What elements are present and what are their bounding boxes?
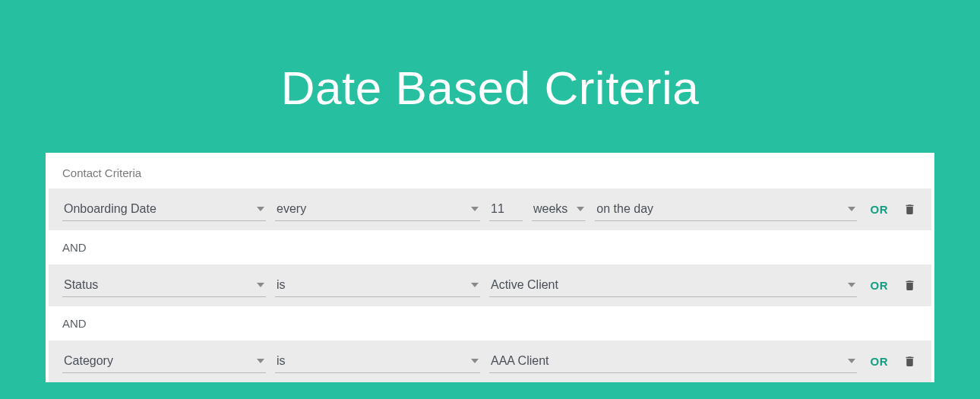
chevron-down-icon [471, 359, 479, 363]
trash-icon [903, 203, 916, 216]
chevron-down-icon [471, 283, 479, 287]
chevron-down-icon [257, 359, 264, 363]
value-select[interactable]: AAA Client [489, 350, 857, 373]
unit-select-value: weeks [533, 202, 567, 216]
page-title: Date Based Criteria [0, 0, 980, 153]
unit-select[interactable]: weeks [532, 198, 586, 221]
operator-select-value: is [277, 278, 286, 292]
field-select[interactable]: Status [62, 274, 266, 297]
chevron-down-icon [257, 283, 264, 287]
chevron-down-icon [257, 207, 264, 211]
field-select-value: Category [64, 354, 113, 368]
or-button[interactable]: OR [866, 200, 893, 219]
operator-select[interactable]: is [275, 350, 480, 373]
value-select-value: Active Client [491, 278, 558, 292]
delete-button[interactable] [902, 353, 918, 369]
criteria-row: Onboarding Date every weeks on the day O… [49, 188, 931, 230]
criteria-row: Status is Active Client OR [49, 264, 931, 306]
and-label: AND [46, 230, 934, 264]
value-select-value: AAA Client [491, 354, 548, 368]
criteria-panel: Contact Criteria Onboarding Date every w… [46, 153, 934, 382]
number-input-wrap [489, 198, 523, 221]
value-select[interactable]: Active Client [489, 274, 857, 297]
chevron-down-icon [848, 359, 855, 363]
field-select-value: Status [64, 278, 98, 292]
timing-select[interactable]: on the day [595, 198, 856, 221]
criteria-row: Category is AAA Client OR [49, 340, 931, 382]
trash-icon [903, 355, 916, 368]
number-input[interactable] [491, 202, 521, 216]
field-select[interactable]: Onboarding Date [62, 198, 266, 221]
trash-icon [903, 279, 916, 292]
delete-button[interactable] [902, 201, 918, 217]
operator-select[interactable]: every [275, 198, 480, 221]
or-button[interactable]: OR [866, 352, 893, 371]
operator-select[interactable]: is [275, 274, 480, 297]
chevron-down-icon [848, 283, 855, 287]
operator-select-value: is [277, 354, 286, 368]
and-label: AND [46, 306, 934, 340]
chevron-down-icon [577, 207, 584, 211]
or-button[interactable]: OR [866, 276, 893, 295]
section-label: Contact Criteria [46, 166, 934, 188]
operator-select-value: every [277, 202, 306, 216]
chevron-down-icon [848, 207, 855, 211]
field-select[interactable]: Category [62, 350, 266, 373]
chevron-down-icon [471, 207, 479, 211]
field-select-value: Onboarding Date [64, 202, 156, 216]
timing-select-value: on the day [596, 202, 653, 216]
delete-button[interactable] [902, 277, 918, 293]
